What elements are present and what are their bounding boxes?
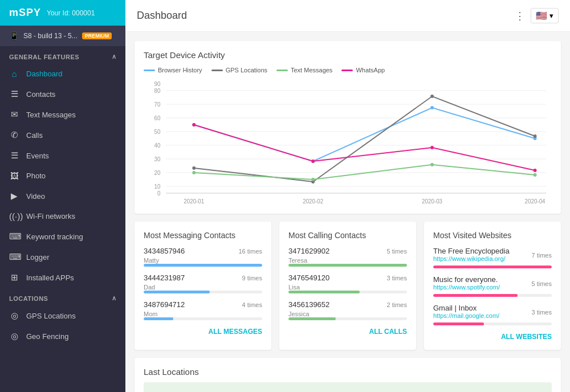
sidebar-item-label: Photo <box>26 172 46 180</box>
contact-item: 3456139652 2 times Jessica <box>288 300 407 320</box>
progress-bar <box>433 266 552 268</box>
progress-bar <box>288 317 407 320</box>
photo-icon: 🖼 <box>9 171 19 181</box>
sidebar-item-wifi[interactable]: ((·)) Wi-Fi networks <box>0 206 125 226</box>
last-locations-card: Last Locations <box>135 358 561 392</box>
sidebar-item-gps[interactable]: ◎ GPS Locations <box>0 305 125 326</box>
svg-point-30 <box>534 134 537 138</box>
website-count: 7 times <box>532 252 552 259</box>
website-count: 5 times <box>532 280 552 287</box>
svg-point-34 <box>534 173 537 177</box>
sidebar-item-label: Logger <box>26 253 49 262</box>
sidebar-item-label: Video <box>26 192 45 201</box>
svg-point-31 <box>192 171 196 174</box>
events-icon: ☰ <box>9 150 19 161</box>
sidebar-item-label: Calls <box>26 131 43 140</box>
sidebar-item-keyword[interactable]: ⌨ Keyword tracking <box>0 226 125 247</box>
locations-section-title: LOCATIONS ∧ <box>0 288 125 305</box>
language-selector[interactable]: 🇺🇸 ▾ <box>531 8 559 23</box>
progress-bar <box>144 291 262 293</box>
website-url[interactable]: https://www.wikipedia.org/ <box>433 255 510 262</box>
contact-times: 5 times <box>387 248 407 255</box>
premium-badge: PREMIUM <box>82 32 112 39</box>
svg-text:2020-04: 2020-04 <box>525 198 545 205</box>
website-name: The Free Encyclopedia <box>433 247 510 255</box>
sidebar-item-installed-apps[interactable]: ⊞ Installed APPs <box>0 267 125 288</box>
legend-gps: GPS Locations <box>211 67 267 74</box>
legend-browser: Browser History <box>144 67 202 74</box>
website-item: Gmail | Inbox https://mail.google.com/ 3… <box>433 304 552 325</box>
sidebar-item-events[interactable]: ☰ Events <box>0 145 125 166</box>
apps-icon: ⊞ <box>9 272 19 283</box>
progress-bar <box>144 264 262 267</box>
websites-title: Most Visited Websites <box>433 231 552 240</box>
device-icon: 📱 <box>9 31 19 40</box>
sidebar-item-label: Contacts <box>26 90 55 99</box>
website-url[interactable]: https://mail.google.com/ <box>433 312 499 319</box>
svg-text:10: 10 <box>154 183 161 190</box>
contact-times: 4 times <box>242 301 262 308</box>
calls-icon: ✆ <box>9 130 19 140</box>
sidebar-item-geo[interactable]: ◎ Geo Fencing <box>0 326 125 346</box>
svg-point-29 <box>430 95 434 98</box>
contact-times: 2 times <box>387 301 407 308</box>
svg-point-27 <box>192 166 196 170</box>
sidebar-item-label: Events <box>26 152 49 160</box>
svg-text:90: 90 <box>154 81 161 87</box>
all-calls-link[interactable]: ALL CALLS <box>288 327 407 336</box>
contact-times: 9 times <box>242 275 262 281</box>
sidebar: mSPY Your Id: 000001 📱 S8 - build 13 - 5… <box>0 0 125 392</box>
geo-icon: ◎ <box>9 331 19 341</box>
contact-times: 3 times <box>387 275 407 281</box>
general-section-title: GENERAL FEATURES ∧ <box>0 46 125 64</box>
sidebar-item-label: Installed APPs <box>26 273 74 282</box>
messaging-title: Most Messaging Contacts <box>144 231 262 240</box>
contact-name: Mom <box>144 311 262 317</box>
contact-item: 3487694712 4 times Mom <box>144 300 262 320</box>
svg-text:2020-03: 2020-03 <box>422 198 442 205</box>
svg-point-32 <box>311 178 315 181</box>
sidebar-item-calls[interactable]: ✆ Calls <box>0 125 125 145</box>
activity-chart-card: Target Device Activity Browser History G… <box>135 41 561 214</box>
legend-text: Text Messages <box>276 67 332 74</box>
svg-text:2020-01: 2020-01 <box>184 198 204 205</box>
sidebar-item-dashboard[interactable]: ⌂ Dashboard <box>0 64 125 84</box>
contact-number: 3487694712 <box>144 300 185 309</box>
more-options-button[interactable]: ⋮ <box>515 10 525 22</box>
calling-title: Most Calling Contacts <box>288 231 407 240</box>
map-placeholder <box>144 382 552 392</box>
sidebar-header: mSPY Your Id: 000001 <box>0 0 125 26</box>
all-messages-link[interactable]: ALL MESSAGES <box>144 327 262 336</box>
last-locations-title: Last Locations <box>144 367 552 377</box>
video-icon: ▶ <box>9 191 19 201</box>
sidebar-item-text-messages[interactable]: ✉ Text Messages <box>0 104 125 125</box>
sidebar-item-logger[interactable]: ⌨ Logger <box>0 247 125 267</box>
progress-bar <box>288 264 407 267</box>
contact-number: 3456139652 <box>288 300 329 309</box>
device-name: S8 - build 13 - 5... <box>23 32 78 40</box>
sidebar-item-video[interactable]: ▶ Video <box>0 186 125 206</box>
sidebar-item-contacts[interactable]: ☰ Contacts <box>0 84 125 104</box>
messaging-card: Most Messaging Contacts 3434857946 16 ti… <box>135 222 271 350</box>
all-websites-link[interactable]: ALL WEBSITES <box>433 332 552 341</box>
wifi-icon: ((·)) <box>9 211 19 221</box>
svg-text:0: 0 <box>157 190 161 197</box>
svg-point-37 <box>430 146 434 149</box>
website-item: The Free Encyclopedia https://www.wikipe… <box>433 247 552 268</box>
sidebar-item-label: Wi-Fi networks <box>26 212 75 220</box>
contact-item: 3471629902 5 times Teresa <box>288 247 407 267</box>
chevron-down-icon: ▾ <box>549 11 553 20</box>
sidebar-item-photo[interactable]: 🖼 Photo <box>0 166 125 186</box>
svg-text:60: 60 <box>154 115 161 121</box>
svg-text:40: 40 <box>154 142 161 149</box>
svg-point-25 <box>430 106 434 109</box>
website-url[interactable]: https://www.spotify.com/ <box>433 284 500 291</box>
chart-legend: Browser History GPS Locations Text Messa… <box>144 67 552 74</box>
website-item: Music for everyone. https://www.spotify.… <box>433 275 552 297</box>
topbar: Dashboard ⋮ 🇺🇸 ▾ <box>125 0 570 32</box>
device-bar: 📱 S8 - build 13 - 5... PREMIUM <box>0 26 125 46</box>
chart-title: Target Device Activity <box>144 50 552 60</box>
contact-number: 3476549120 <box>288 273 329 282</box>
contacts-icon: ☰ <box>9 89 19 99</box>
contact-times: 16 times <box>238 248 262 255</box>
